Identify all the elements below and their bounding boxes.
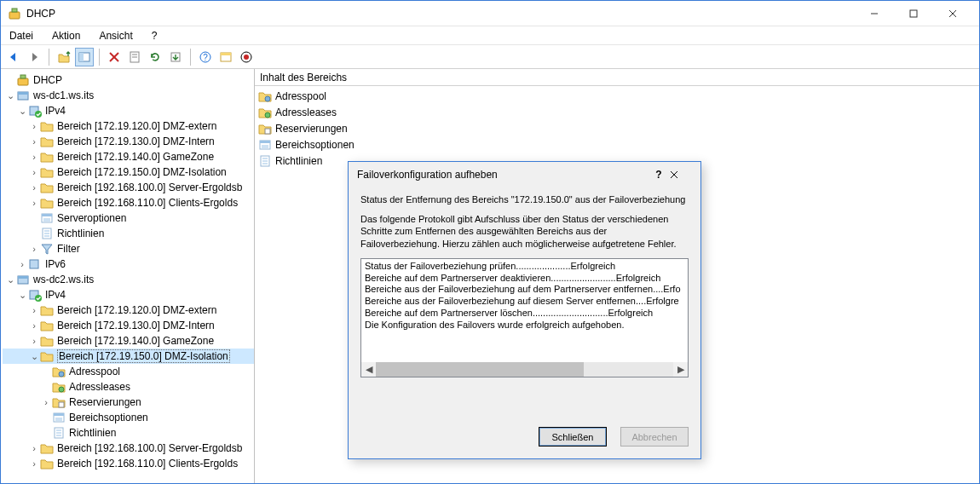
dialog-status-line: Status der Entfernung des Bereichs "172.… [360, 194, 689, 205]
chevron-right-icon[interactable]: › [28, 167, 40, 177]
tree-node-label: ws-dc2.ws.its [33, 274, 94, 285]
chevron-right-icon[interactable]: › [28, 336, 40, 346]
dialog-log-scrollbar[interactable]: ◀ ▶ [361, 362, 688, 377]
tree-node[interactable]: ·DHCP [3, 72, 254, 88]
tree-node[interactable]: ⌄ws-dc1.ws.its [3, 88, 254, 103]
tree-node[interactable]: ›Bereich [172.19.140.0] GameZone [3, 149, 254, 164]
properties-icon[interactable] [125, 48, 144, 66]
options-icon[interactable] [216, 48, 235, 66]
forward-icon[interactable] [25, 48, 43, 66]
tree-node[interactable]: ›Reservierungen [3, 395, 254, 410]
chevron-right-icon[interactable]: › [28, 182, 40, 193]
menu-help[interactable]: ? [148, 28, 161, 43]
tree-node[interactable]: ·Bereichsoptionen [3, 410, 254, 425]
back-icon[interactable] [4, 48, 23, 66]
scroll-right-icon[interactable]: ▶ [673, 362, 688, 377]
svg-point-25 [35, 111, 42, 118]
menu-bar: Datei Aktion Ansicht ? [1, 26, 979, 45]
chevron-right-icon[interactable]: › [28, 320, 40, 331]
scope-icon [40, 196, 54, 210]
list-item[interactable]: Bereichsoptionen [258, 136, 976, 153]
list-item[interactable]: Adresspool [258, 88, 976, 104]
tree-node[interactable]: ›Bereich [172.19.120.0] DMZ-extern [3, 118, 254, 134]
tree-node[interactable]: ›Bereich [172.19.120.0] DMZ-extern [3, 302, 254, 318]
tree-node[interactable]: ›Bereich [192.168.110.0] Clients-Ergolds [3, 456, 254, 471]
tree-node[interactable]: ⌄ws-dc2.ws.its [3, 272, 254, 287]
delete-icon[interactable] [105, 48, 124, 66]
chevron-right-icon[interactable]: › [40, 397, 52, 407]
tree-node[interactable]: ›Bereich [172.19.140.0] GameZone [3, 333, 254, 349]
dialog-log-line: Die Konfiguration des Failovers wurde er… [365, 320, 684, 331]
opts-icon [40, 211, 54, 225]
scope-icon [40, 150, 54, 164]
close-button[interactable] [933, 1, 972, 26]
dialog-close-action-button[interactable]: Schließen [539, 427, 607, 447]
scope-icon [40, 334, 54, 348]
list-pane: Inhalt des Bereichs AdresspoolAdressleas… [255, 69, 979, 483]
export-icon[interactable] [166, 48, 185, 66]
chevron-right-icon[interactable]: › [28, 136, 40, 147]
dialog-close-button[interactable] [670, 170, 692, 179]
tree-node-label: Bereich [172.19.150.0] DMZ-Isolation [57, 166, 227, 178]
list-item[interactable]: Adressleases [258, 104, 976, 120]
tree-node[interactable]: ·Adresspool [3, 364, 254, 379]
svg-point-39 [59, 372, 64, 377]
tree-node[interactable]: ⌄IPv4 [3, 287, 254, 302]
tree-node[interactable]: ›Bereich [192.168.100.0] Server-Ergoldsb [3, 441, 254, 456]
dialog-help-button[interactable]: ? [648, 169, 670, 181]
tree-node[interactable]: ›Bereich [192.168.110.0] Clients-Ergolds [3, 195, 254, 210]
tree-node-label: Bereich [192.168.110.0] Clients-Ergolds [57, 197, 238, 209]
chevron-right-icon[interactable]: › [28, 198, 40, 208]
tree-node[interactable]: ⌄IPv4 [3, 103, 254, 118]
panes-icon[interactable] [75, 48, 94, 66]
svg-rect-3 [910, 10, 917, 17]
chevron-down-icon[interactable]: ⌄ [28, 351, 40, 362]
svg-rect-34 [30, 260, 38, 268]
tree-node[interactable]: ›Bereich [172.19.150.0] DMZ-Isolation [3, 164, 254, 180]
chevron-down-icon[interactable]: ⌄ [4, 90, 16, 101]
refresh-icon[interactable] [146, 48, 164, 66]
list-item-label: Adressleases [275, 107, 337, 118]
scroll-left-icon[interactable]: ◀ [361, 362, 376, 377]
filter-icon [40, 242, 54, 256]
record-icon[interactable] [237, 48, 256, 66]
list-item[interactable]: Reservierungen [258, 120, 976, 136]
tree-node[interactable]: ⌄Bereich [172.19.150.0] DMZ-Isolation [3, 349, 254, 364]
chevron-down-icon[interactable]: ⌄ [16, 290, 28, 301]
tree-node[interactable]: ›Filter [3, 241, 254, 256]
chevron-right-icon[interactable]: › [28, 244, 40, 254]
tree-node[interactable]: ·Serveroptionen [3, 210, 254, 226]
tree-node-label: Bereich [172.19.120.0] DMZ-extern [57, 304, 216, 316]
tree-node[interactable]: ·Richtlinien [3, 226, 254, 241]
menu-view[interactable]: Ansicht [95, 28, 135, 43]
menu-file[interactable]: Datei [6, 28, 37, 43]
minimize-button[interactable] [855, 1, 894, 26]
chevron-right-icon[interactable]: › [28, 443, 40, 453]
folder-up-icon[interactable] [55, 48, 73, 66]
tree-node[interactable]: ›IPv6 [3, 256, 254, 272]
list-header[interactable]: Inhalt des Bereichs [255, 69, 979, 86]
chevron-right-icon[interactable]: › [28, 458, 40, 469]
help-icon[interactable]: ? [196, 48, 215, 66]
dialog-log-line: Status der Failoverbeziehung prüfen.....… [365, 261, 684, 273]
tree-node[interactable]: ·Adressleases [3, 379, 254, 395]
maximize-button[interactable] [894, 1, 933, 26]
tree-node[interactable]: ›Bereich [172.19.130.0] DMZ-Intern [3, 318, 254, 333]
dialog-log-line: Bereiche auf dem Partnerserver deaktivie… [365, 273, 684, 285]
chevron-right-icon[interactable]: › [28, 152, 40, 162]
tree-node-label: Adresspool [69, 366, 120, 377]
chevron-right-icon[interactable]: › [16, 259, 28, 269]
chevron-right-icon[interactable]: › [28, 305, 40, 315]
tree-node-label: ws-dc1.ws.its [33, 89, 94, 101]
menu-action[interactable]: Aktion [49, 28, 84, 43]
chevron-down-icon[interactable]: ⌄ [16, 106, 28, 117]
chevron-right-icon[interactable]: › [28, 121, 40, 131]
chevron-down-icon[interactable]: ⌄ [4, 274, 16, 285]
tree-node[interactable]: ·Richtlinien [3, 425, 254, 441]
tree-node[interactable]: ›Bereich [192.168.100.0] Server-Ergoldsb [3, 180, 254, 195]
list-item-label: Richtlinien [275, 155, 322, 167]
tree-node-label: Bereich [172.19.120.0] DMZ-extern [57, 120, 216, 132]
svg-text:?: ? [203, 53, 208, 62]
tree-node[interactable]: ›Bereich [172.19.130.0] DMZ-Intern [3, 134, 254, 149]
policy-icon [258, 154, 272, 168]
